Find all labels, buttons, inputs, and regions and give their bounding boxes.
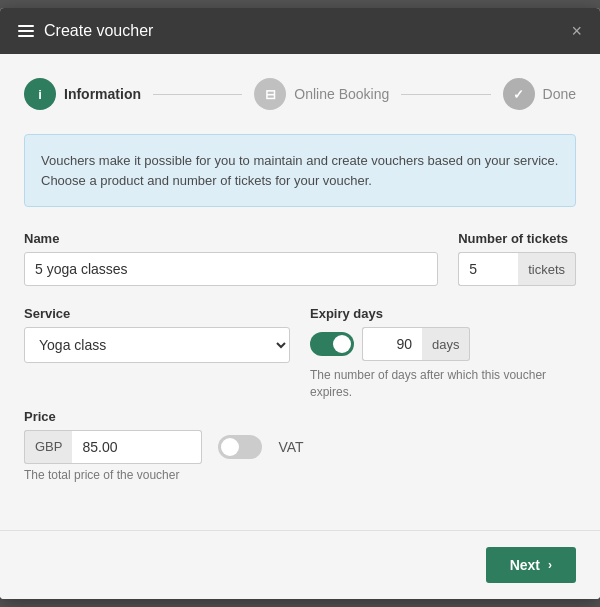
vat-label: VAT (278, 439, 303, 455)
price-input[interactable] (72, 430, 202, 464)
name-input[interactable] (24, 252, 438, 286)
modal-title: Create voucher (44, 22, 153, 40)
price-input-wrapper: GBP (24, 430, 202, 464)
hamburger-icon[interactable] (18, 25, 34, 37)
tickets-input[interactable] (458, 252, 518, 286)
next-chevron-icon: › (548, 558, 552, 572)
modal-body: i Information ⊟ Online Booking ✓ Done Vo… (0, 54, 600, 530)
stepper: i Information ⊟ Online Booking ✓ Done (24, 78, 576, 110)
expiry-label: Expiry days (310, 306, 576, 321)
expiry-input-row: days (310, 327, 576, 361)
step-done[interactable]: ✓ Done (503, 78, 576, 110)
tickets-group: Number of tickets tickets (458, 231, 576, 286)
name-tickets-row: Name Number of tickets tickets (24, 231, 576, 286)
price-currency: GBP (24, 430, 72, 464)
vat-toggle-slider (218, 435, 262, 459)
expiry-days-addon: days (422, 327, 470, 361)
expiry-days-input[interactable] (362, 327, 422, 361)
create-voucher-modal: Create voucher × i Information ⊟ Online … (0, 8, 600, 599)
step-line-2 (401, 94, 490, 95)
step-information-label: Information (64, 86, 141, 102)
info-box: Vouchers make it possible for you to mai… (24, 134, 576, 207)
step-line-1 (153, 94, 242, 95)
price-label: Price (24, 409, 576, 424)
tickets-input-wrapper: tickets (458, 252, 576, 286)
modal-header: Create voucher × (0, 8, 600, 54)
step-information[interactable]: i Information (24, 78, 141, 110)
step-online-booking-circle: ⊟ (254, 78, 286, 110)
expiry-toggle-slider (310, 332, 354, 356)
tickets-addon: tickets (518, 252, 576, 286)
name-group: Name (24, 231, 438, 286)
price-section: Price GBP VAT The total price of the vou… (24, 409, 576, 482)
step-online-booking-label: Online Booking (294, 86, 389, 102)
next-button[interactable]: Next › (486, 547, 576, 583)
price-row: GBP VAT (24, 430, 576, 464)
step-done-label: Done (543, 86, 576, 102)
next-label: Next (510, 557, 540, 573)
tickets-label: Number of tickets (458, 231, 576, 246)
expiry-days-wrapper: days (362, 327, 470, 361)
step-online-booking[interactable]: ⊟ Online Booking (254, 78, 389, 110)
service-group: Service Yoga class (24, 306, 290, 363)
price-note: The total price of the voucher (24, 468, 576, 482)
info-line-2: Choose a product and number of tickets f… (41, 171, 559, 191)
expiry-toggle[interactable] (310, 332, 354, 356)
service-expiry-row: Service Yoga class Expiry days days (24, 306, 576, 401)
service-select[interactable]: Yoga class (24, 327, 290, 363)
step-information-circle: i (24, 78, 56, 110)
name-label: Name (24, 231, 438, 246)
info-line-1: Vouchers make it possible for you to mai… (41, 151, 559, 171)
header-left: Create voucher (18, 22, 153, 40)
expiry-note: The number of days after which this vouc… (310, 367, 576, 401)
close-icon[interactable]: × (571, 22, 582, 40)
modal-footer: Next › (0, 530, 600, 599)
expiry-group: Expiry days days The number of days afte… (310, 306, 576, 401)
service-label: Service (24, 306, 290, 321)
vat-toggle[interactable] (218, 435, 262, 459)
step-done-circle: ✓ (503, 78, 535, 110)
